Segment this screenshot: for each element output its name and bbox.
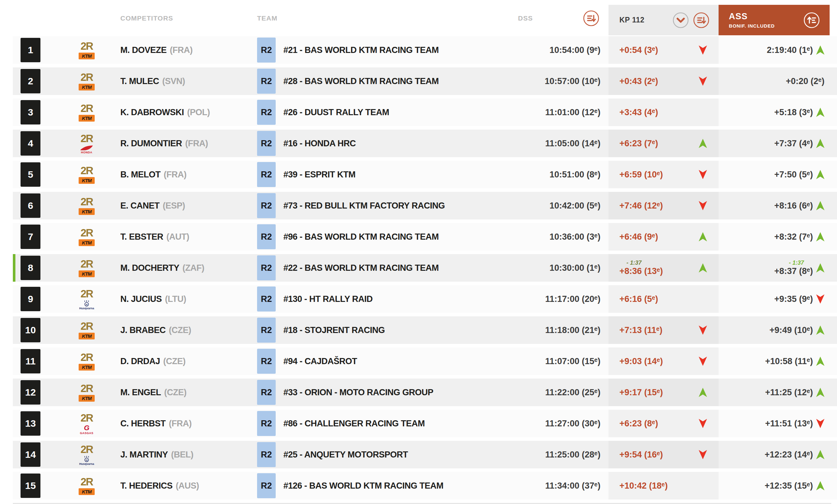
ktm-logo: KTM	[78, 177, 95, 184]
dss-sort-icon[interactable]	[583, 10, 600, 26]
gasgas-logo: GGASGAS	[80, 425, 93, 435]
ass-gap: +9:35 (9ᵉ)	[774, 294, 813, 304]
class-2r-logo: 2R	[81, 288, 93, 299]
kp-gap: +6:46 (9ᵉ)	[619, 232, 658, 242]
kp-gap: +6:59 (10ᵉ)	[619, 170, 663, 180]
competitor-country: (AUT)	[166, 232, 189, 242]
ass-trend-arrow	[816, 388, 824, 397]
class-2r-logo: 2R	[81, 476, 93, 487]
ktm-logo: KTM	[78, 333, 95, 339]
dss-time: 11:27:00 (30ᵉ)	[545, 419, 601, 429]
kp-gap: +10:42 (18ᵉ)	[619, 481, 668, 491]
team-name: #22 - BAS WORLD KTM RACING TEAM	[283, 263, 439, 273]
ktm-logo: KTM	[78, 239, 95, 246]
table-row[interactable]: 15 2R KTM T. HEDERICS (AUS) R2 #126 - BA…	[13, 472, 837, 500]
competitor-country: (FRA)	[185, 139, 208, 148]
kp-gap: +9:03 (14ᵉ)	[619, 356, 663, 366]
dss-time: 11:17:00 (20ᵉ)	[545, 294, 601, 304]
table-row[interactable]: 14 2R HHusqvarna J. MARTINY (BEL) R2 #25…	[13, 441, 837, 468]
category-badge: R2	[257, 349, 276, 374]
table-row[interactable]: 12 2R KTM M. ENGEL (CZE) R2 #33 - ORION …	[13, 379, 837, 406]
kp-trend-arrow	[699, 201, 707, 211]
team-name: #94 - CAJDAŠROT	[283, 356, 357, 366]
dss-time: 11:25:00 (28ᵉ)	[545, 450, 601, 460]
table-row[interactable]: 11 2R KTM D. DRDAJ (CZE) R2 #94 - CAJDAŠ…	[13, 347, 837, 375]
team-name: #39 - ESPRIT KTM	[283, 170, 356, 180]
ass-trend-arrow	[816, 108, 824, 117]
ktm-logo: KTM	[78, 395, 95, 402]
kp-trend-arrow	[699, 357, 707, 366]
category-badge: R2	[257, 162, 276, 187]
ass-trend-arrow	[816, 357, 824, 366]
ktm-logo: KTM	[78, 488, 95, 495]
category-badge: R2	[257, 442, 276, 467]
kp-column-header-block: KP 112	[608, 5, 718, 35]
competitor-name: M. DOCHERTY	[120, 263, 179, 273]
husqvarna-logo: HHusqvarna	[79, 300, 94, 310]
ass-trend-arrow	[816, 46, 824, 55]
table-row[interactable]: 13 2R GGASGAS C. HERBST (FRA) R2 #86 - C…	[13, 410, 837, 437]
kp-bonus-time: - 1:37	[626, 259, 663, 267]
class-2r-logo: 2R	[81, 383, 93, 394]
ktm-logo: KTM	[78, 208, 95, 215]
team-name: #18 - STOJRENT RACING	[283, 325, 385, 335]
kp-gap: +6:23 (8ᵉ)	[619, 419, 658, 429]
table-row[interactable]: 3 2R KTM K. DABROWSKI (POL) R2 #26 - DUU…	[13, 98, 837, 126]
competitor-country: (FRA)	[169, 419, 192, 429]
competitor-name: T. MULEC	[120, 76, 159, 86]
dss-time: 11:07:00 (15ᵉ)	[545, 356, 601, 366]
table-row[interactable]: 1 2R KTM M. DOVEZE (FRA) R2 #21 - BAS WO…	[13, 36, 837, 64]
kp-trend-arrow	[699, 450, 707, 460]
ktm-logo: KTM	[78, 53, 95, 59]
kp-sort-icon[interactable]	[693, 12, 710, 29]
ass-sort-icon[interactable]	[803, 12, 820, 29]
ass-trend-arrow	[816, 232, 824, 241]
competitor-name: M. ENGEL	[120, 388, 161, 397]
table-row[interactable]: 4 2R HONDA R. DUMONTIER (FRA) R2 #16 - H…	[13, 130, 837, 157]
kp-gap: +6:16 (5ᵉ)	[619, 294, 658, 304]
table-row[interactable]: 2 2R KTM T. MULEC (SVN) R2 #28 - BAS WOR…	[13, 67, 837, 95]
position-badge: 12	[20, 380, 40, 404]
team-name: #21 - BAS WORLD KTM RACING TEAM	[283, 45, 439, 55]
team-name: #16 - HONDA HRC	[283, 139, 356, 148]
ktm-logo: KTM	[78, 488, 95, 495]
ass-column-header-block: ASS BONIF. INCLUDED	[718, 5, 830, 35]
ass-gap: +0:20 (2ᵉ)	[786, 76, 824, 86]
class-2r-logo: 2R	[81, 352, 93, 362]
table-row[interactable]: 6 2R KTM E. CANET (ESP) R2 #73 - RED BUL…	[13, 192, 837, 219]
dss-time: 10:57:00 (10ᵉ)	[545, 76, 601, 86]
category-badge: R2	[257, 69, 276, 94]
kp-gap: +9:54 (16ᵉ)	[619, 450, 663, 460]
ass-column-header: ASS	[729, 12, 775, 21]
competitor-country: (CZE)	[164, 388, 186, 397]
ktm-logo: KTM	[78, 177, 95, 184]
table-row[interactable]: 5 2R KTM B. MELOT (FRA) R2 #39 - ESPRIT …	[13, 161, 837, 188]
category-badge: R2	[257, 287, 276, 311]
table-row[interactable]: 9 2R HHusqvarna N. JUCIUS (LTU) R2 #130 …	[13, 285, 837, 313]
position-badge: 14	[20, 443, 40, 467]
ktm-logo: KTM	[78, 364, 95, 371]
dss-time: 11:22:00 (25ᵉ)	[545, 388, 601, 397]
category-badge: R2	[257, 411, 276, 436]
table-row[interactable]: 8 2R KTM M. DOCHERTY (ZAF) R2 #22 - BAS …	[13, 254, 837, 282]
team-name: #33 - ORION - MOTO RACING GROUP	[283, 388, 433, 397]
competitor-name: T. HEDERICS	[120, 481, 173, 491]
ass-bonus-time: - 1:37	[789, 259, 804, 267]
ass-gap: +11:25 (12ᵉ)	[765, 388, 813, 397]
position-badge: 13	[20, 411, 40, 436]
kp-gap: +8:36 (13ᵉ)	[619, 266, 663, 276]
ktm-logo: KTM	[78, 239, 95, 246]
ass-trend-arrow	[816, 450, 824, 460]
competitor-country: (SVN)	[162, 76, 185, 86]
team-name: #126 - BAS WORLD KTM RACING TEAM	[283, 481, 444, 491]
kp-collapse-chevron-down-icon[interactable]	[672, 12, 689, 29]
position-badge: 15	[20, 473, 40, 498]
dss-time: 10:42:00 (5ᵉ)	[549, 201, 601, 211]
table-row[interactable]: 10 2R KTM J. BRABEC (CZE) R2 #18 - STOJR…	[13, 316, 837, 344]
competitor-name: D. DRDAJ	[120, 356, 160, 366]
position-badge: 7	[20, 224, 40, 249]
table-row[interactable]: 7 2R KTM T. EBSTER (AUT) R2 #96 - BAS WO…	[13, 223, 837, 251]
kp-trend-arrow	[699, 170, 707, 179]
ass-gap: +12:23 (14ᵉ)	[765, 450, 813, 460]
kp-trend-arrow	[699, 46, 707, 55]
